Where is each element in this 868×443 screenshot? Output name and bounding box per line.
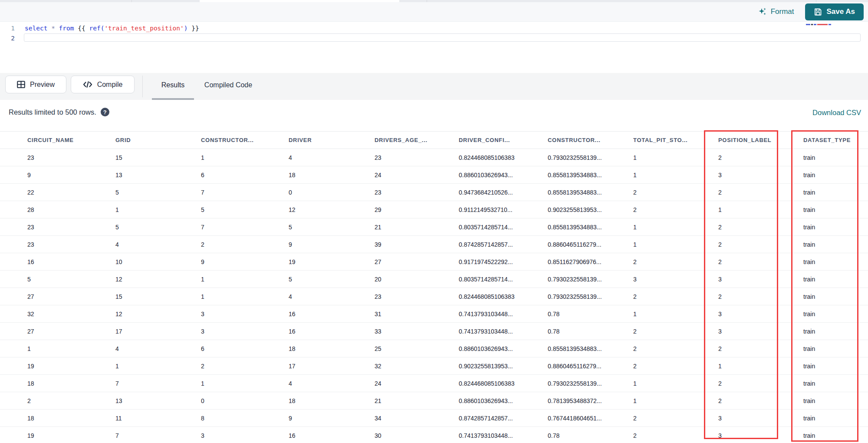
table-cell: 2 xyxy=(718,380,803,387)
table-cell: 0.8558139534883... xyxy=(548,189,633,196)
table-cell: 1 xyxy=(633,241,718,248)
table-cell: 5 xyxy=(115,189,201,196)
table-cell: 33 xyxy=(375,328,459,335)
table-cell: 2 xyxy=(633,189,718,196)
table-cell: 9 xyxy=(289,415,375,422)
table-cell: 29 xyxy=(375,206,459,213)
table-cell: train xyxy=(803,415,868,422)
table-cell: 0.78 xyxy=(548,311,633,317)
table-cell: 9 xyxy=(289,241,375,248)
table-cell: 3 xyxy=(201,328,289,335)
table-cell: 0.7930232558139... xyxy=(548,380,633,387)
table-cell: 1 xyxy=(115,363,201,370)
table-cell: 34 xyxy=(375,415,459,422)
table-cell: 28 xyxy=(27,206,115,213)
line-number-2: 2 xyxy=(0,34,15,43)
table-cell: 1 xyxy=(633,311,718,317)
preview-label: Preview xyxy=(30,81,55,89)
table-row: 213018210.8860103626943...0.781395348837… xyxy=(0,392,868,410)
table-cell: 0.7413793103448... xyxy=(459,311,548,317)
table-row: 191217320.9023255813953...0.886046511627… xyxy=(0,357,868,375)
table-cell: train xyxy=(803,206,868,213)
save-icon xyxy=(814,8,822,16)
table-cell: 2 xyxy=(633,432,718,439)
table-cell: train xyxy=(803,172,868,179)
table-cell: train xyxy=(803,241,868,248)
table-cell: 23 xyxy=(27,241,115,248)
table-cell: 2 xyxy=(27,397,115,404)
table-cell: 15 xyxy=(115,154,201,161)
table-cell: 5 xyxy=(289,224,375,231)
sql-editor[interactable]: 1 2 select * from {{ ref('train_test_pos… xyxy=(0,22,868,73)
table-cell: 4 xyxy=(289,154,375,161)
table-cell: 2 xyxy=(718,224,803,231)
table-cell: 2 xyxy=(718,345,803,352)
save-as-label: Save As xyxy=(826,7,855,16)
table-row: 197316300.7413793103448...0.7823train xyxy=(0,427,868,443)
code-token xyxy=(47,25,51,32)
table-cell: 3 xyxy=(201,432,289,439)
table-cell: 0.7813953488372... xyxy=(548,397,633,404)
table-cell: 23 xyxy=(375,189,459,196)
table-cell: 19 xyxy=(27,432,115,439)
table-row: 181189340.8742857142857...0.767441860465… xyxy=(0,410,868,427)
table-cell: 5 xyxy=(27,276,115,283)
table-cell: 1 xyxy=(633,224,718,231)
code-token: }} xyxy=(187,25,199,32)
results-table: CIRCUIT_NAMEGRIDCONSTRUCTOR...DRIVERDRIV… xyxy=(0,131,868,443)
table-cell: 0.8511627906976... xyxy=(548,258,633,265)
table-row: 3212316310.7413793103448...0.7813train xyxy=(0,305,868,323)
table-cell: 2 xyxy=(633,293,718,300)
table-cell: 0.7930232558139... xyxy=(548,276,633,283)
preview-button[interactable]: Preview xyxy=(5,76,66,93)
download-csv-link[interactable]: Download CSV xyxy=(812,109,861,117)
table-cell: 0.8860465116279... xyxy=(548,363,633,370)
table-cell: 2 xyxy=(718,293,803,300)
table-cell: 24 xyxy=(375,380,459,387)
table-cell: 17 xyxy=(289,363,375,370)
table-cell: 2 xyxy=(201,363,289,370)
table-cell: 24 xyxy=(375,172,459,179)
format-button[interactable]: Format xyxy=(758,7,794,16)
table-cell: 19 xyxy=(27,363,115,370)
table-cell: 11 xyxy=(115,415,201,422)
table-cell: 3 xyxy=(718,311,803,317)
table-row: 913618240.8860103626943...0.855813953488… xyxy=(0,166,868,184)
table-row: 1610919270.9171974522292...0.85116279069… xyxy=(0,253,868,271)
table-row: 14618250.8860103626943...0.8558139534883… xyxy=(0,340,868,357)
table-cell: 8 xyxy=(201,415,289,422)
save-as-button[interactable]: Save As xyxy=(805,3,864,20)
table-cell: train xyxy=(803,189,868,196)
table-cell: 0.7413793103448... xyxy=(459,432,548,439)
table-cell: 2 xyxy=(718,154,803,161)
compile-button[interactable]: Compile xyxy=(71,76,135,93)
table-cell: 21 xyxy=(375,224,459,231)
table-cell: 1 xyxy=(201,293,289,300)
table-cell: 7 xyxy=(115,380,201,387)
results-info-bar: Results limited to 500 rows. ? Download … xyxy=(0,100,868,131)
results-toolbar: Preview Compile Results Compiled Code xyxy=(0,73,868,100)
table-body: 231514230.8244680851063830.7930232558139… xyxy=(0,149,868,443)
table-cell: 0.9023255813953... xyxy=(459,363,548,370)
table-cell: 39 xyxy=(375,241,459,248)
table-cell: 23 xyxy=(375,293,459,300)
active-line-highlight xyxy=(24,33,861,42)
table-cell: 32 xyxy=(375,363,459,370)
line-number-1: 1 xyxy=(0,24,15,33)
table-cell: 0.9171974522292... xyxy=(459,258,548,265)
code-line[interactable]: select * from {{ ref('train_test_positio… xyxy=(25,24,868,33)
table-cell: 4 xyxy=(115,345,201,352)
table-cell: 5 xyxy=(201,206,289,213)
table-cell: 13 xyxy=(115,172,201,179)
tab-compiled-code[interactable]: Compiled Code xyxy=(201,79,256,91)
table-cell: 0.824468085106383 xyxy=(459,293,548,300)
table-cell: 18 xyxy=(289,397,375,404)
help-icon[interactable]: ? xyxy=(101,108,109,116)
code-token xyxy=(74,25,78,32)
table-cell: 12 xyxy=(115,311,201,317)
table-cell: 1 xyxy=(633,380,718,387)
table-icon xyxy=(17,81,25,88)
tab-results[interactable]: Results xyxy=(152,79,194,91)
table-cell: 9 xyxy=(201,258,289,265)
table-cell: 27 xyxy=(375,258,459,265)
